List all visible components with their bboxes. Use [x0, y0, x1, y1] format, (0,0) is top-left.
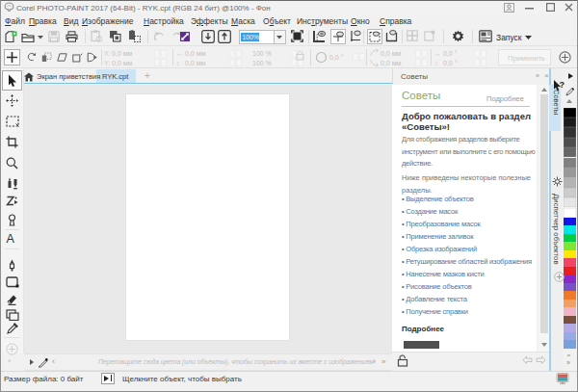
svg-text:?: ?	[560, 80, 565, 90]
